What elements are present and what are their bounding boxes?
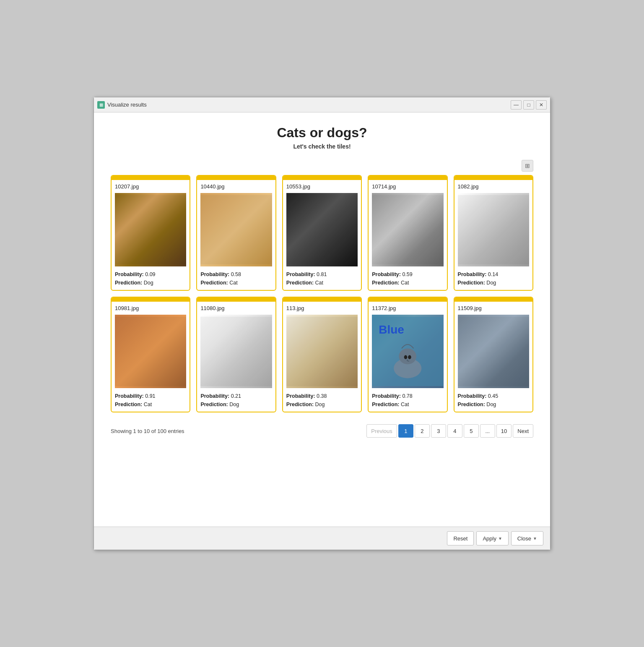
tile-body: 10714.jpg Probability: 0.59 Prediction: … [369,180,447,290]
tile-prediction: Prediction: Cat [372,402,443,407]
tile-probability: Probability: 0.59 [372,271,443,277]
tiles-grid: 10207.jpg Probability: 0.09 Prediction: … [111,175,533,412]
tile-item[interactable]: 11080.jpg Probability: 0.21 Prediction: … [196,297,276,412]
tile-probability: Probability: 0.14 [458,271,529,277]
svg-rect-1 [200,195,272,265]
page-1-button[interactable]: 1 [398,424,413,438]
tile-filename: 10207.jpg [115,183,186,190]
page-2-button[interactable]: 2 [415,424,430,438]
tile-filename: 1082.jpg [458,183,529,190]
tile-filename: 10440.jpg [200,183,272,190]
svg-point-11 [404,355,408,359]
tile-filename: 10981.jpg [115,305,186,311]
tile-body: 11080.jpg Probability: 0.21 Prediction: … [197,302,275,412]
tile-header-bar [197,176,275,180]
close-window-button[interactable]: ✕ [536,100,547,110]
tile-image [115,193,186,266]
tile-item[interactable]: 11372.jpg Blue Probability: 0.78 Predict… [368,297,447,412]
tile-prediction: Prediction: Cat [286,280,358,286]
app-icon: ▦ [97,101,105,109]
tile-prediction: Prediction: Cat [115,402,186,407]
page-3-button[interactable]: 3 [431,424,446,438]
tile-item[interactable]: 113.jpg Probability: 0.38 Prediction: Do… [282,297,362,412]
tile-prediction: Prediction: Dog [458,402,529,407]
showing-text: Showing 1 to 10 of 100 entries [111,428,184,434]
tile-item[interactable]: 10207.jpg Probability: 0.09 Prediction: … [111,175,190,291]
tile-header-bar [112,297,190,302]
tile-probability: Probability: 0.81 [286,271,358,277]
tile-image [286,193,358,266]
tile-probability: Probability: 0.91 [115,393,186,399]
tile-image [458,193,529,266]
pagination-row: Showing 1 to 10 of 100 entries Previous … [111,421,533,443]
svg-rect-5 [115,317,186,386]
window-title: Visualize results [107,102,511,108]
close-button[interactable]: Close ▼ [511,531,543,545]
tile-body: 10553.jpg Probability: 0.81 Prediction: … [283,180,361,290]
tile-body: 1082.jpg Probability: 0.14 Prediction: D… [454,180,532,290]
tile-body: 11509.jpg Probability: 0.45 Prediction: … [454,302,532,412]
tile-body: 10981.jpg Probability: 0.91 Prediction: … [112,302,190,412]
tile-image: Blue [372,315,443,388]
tile-image [458,315,529,388]
tile-body: 10207.jpg Probability: 0.09 Prediction: … [112,180,190,290]
next-button[interactable]: Next [513,424,533,438]
svg-rect-4 [458,195,529,265]
tile-filename: 10553.jpg [286,183,358,190]
tile-probability: Probability: 0.21 [200,393,272,399]
tile-header-bar [369,176,447,180]
svg-point-10 [399,348,417,364]
page-4-button[interactable]: 4 [447,424,462,438]
reset-button[interactable]: Reset [447,531,474,545]
pagination: Previous 1 2 3 4 5 ... 10 Next [366,424,533,438]
tile-filename: 113.jpg [286,305,358,311]
close-arrow-icon: ▼ [533,536,537,541]
window-controls: — □ ✕ [511,100,547,110]
tile-prediction: Prediction: Dog [286,402,358,407]
tile-header-bar [283,297,361,302]
tile-filename: 10714.jpg [372,183,443,190]
tile-header-bar [283,176,361,180]
tile-image [286,315,358,388]
grid-icon-row: ⊞ [111,160,533,172]
tile-body: 10440.jpg Probability: 0.58 Prediction: … [197,180,275,290]
tile-item[interactable]: 1082.jpg Probability: 0.14 Prediction: D… [454,175,533,291]
grid-view-icon[interactable]: ⊞ [522,160,533,172]
tile-item[interactable]: 10981.jpg Probability: 0.91 Prediction: … [111,297,190,412]
svg-rect-6 [200,317,272,386]
minimize-button[interactable]: — [511,100,522,110]
tile-header-bar [454,176,532,180]
page-5-button[interactable]: 5 [464,424,479,438]
previous-button[interactable]: Previous [366,424,397,438]
apply-button[interactable]: Apply ▼ [476,531,508,545]
page-ellipsis: ... [480,424,495,438]
svg-rect-3 [372,195,443,265]
footer: Reset Apply ▼ Close ▼ [94,527,550,550]
titlebar: ▦ Visualize results — □ ✕ [94,97,550,112]
tile-filename: 11372.jpg [372,305,443,311]
tile-filename: 11509.jpg [458,305,529,311]
svg-point-12 [408,355,411,359]
tile-item[interactable]: 11509.jpg Probability: 0.45 Prediction: … [454,297,533,412]
tile-prediction: Prediction: Cat [200,280,272,286]
tile-header-bar [369,297,447,302]
tile-image [200,315,272,388]
svg-rect-7 [286,317,358,386]
tile-probability: Probability: 0.78 [372,393,443,399]
tile-prediction: Prediction: Dog [200,402,272,407]
tile-probability: Probability: 0.58 [200,271,272,277]
tile-image [115,315,186,388]
page-10-button[interactable]: 10 [496,424,512,438]
tile-item[interactable]: 10714.jpg Probability: 0.59 Prediction: … [368,175,447,291]
page-title: Cats or dogs? [111,125,533,141]
main-window: ▦ Visualize results — □ ✕ Cats or dogs? … [93,97,551,550]
blue-label: Blue [379,323,404,337]
tile-header-bar [112,176,190,180]
svg-rect-0 [115,195,186,265]
maximize-button[interactable]: □ [523,100,534,110]
tile-item[interactable]: 10553.jpg Probability: 0.81 Prediction: … [282,175,362,291]
tile-image [200,193,272,266]
tile-filename: 11080.jpg [200,305,272,311]
tile-item[interactable]: 10440.jpg Probability: 0.58 Prediction: … [196,175,276,291]
tile-prediction: Prediction: Cat [372,280,443,286]
